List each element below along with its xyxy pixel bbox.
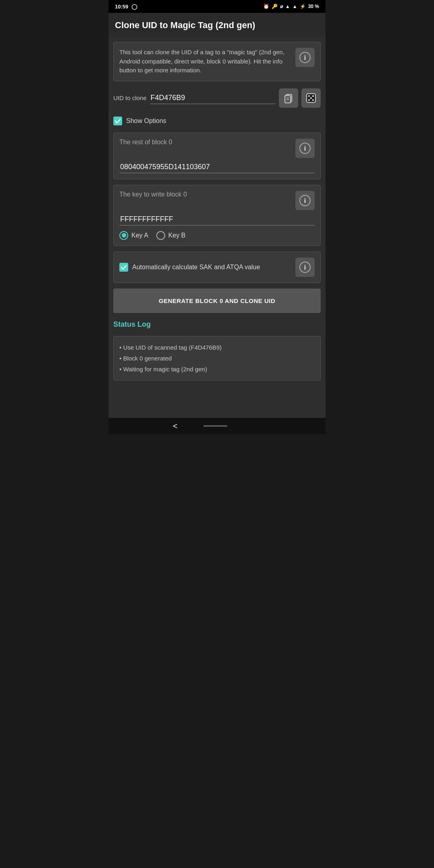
block0-card: The rest of block 0 i bbox=[113, 133, 321, 179]
title-bar: Clone UID to Magic Tag (2nd gen) bbox=[108, 13, 326, 37]
main-content: This tool can clone the UID of a tag to … bbox=[108, 37, 326, 418]
status-bar: 10:59 ◯ ⏰ 🔑 ⌀ ▲ ▲ ⚡ 30 % bbox=[108, 0, 326, 13]
generate-button[interactable]: GENERATE BLOCK 0 AND CLONE UID bbox=[113, 289, 321, 313]
status-icon-battery: ⚡ bbox=[300, 4, 306, 9]
status-icon-key: 🔑 bbox=[272, 4, 278, 9]
block0-info-button[interactable]: i bbox=[295, 139, 315, 158]
svg-text:i: i bbox=[304, 145, 306, 152]
key-card-title: The key to write block 0 bbox=[119, 191, 187, 198]
radio-key-b-circle bbox=[156, 231, 165, 240]
auto-calc-checkmark-icon bbox=[121, 264, 127, 270]
uid-input[interactable] bbox=[150, 92, 276, 104]
show-options-row[interactable]: Show Options bbox=[113, 115, 321, 127]
dice-icon bbox=[306, 93, 316, 103]
dice-button[interactable] bbox=[301, 88, 321, 108]
svg-point-7 bbox=[308, 95, 310, 97]
nav-back-button[interactable]: < bbox=[173, 422, 178, 431]
auto-calc-label: Automatically calculate SAK and ATQA val… bbox=[132, 264, 260, 271]
nav-home-indicator[interactable] bbox=[203, 425, 227, 427]
key-card: The key to write block 0 i Key A Key B bbox=[113, 185, 321, 246]
info-card-button[interactable]: i bbox=[295, 48, 315, 67]
page-title: Clone UID to Magic Tag (2nd gen) bbox=[115, 20, 319, 31]
clipboard-button[interactable] bbox=[279, 88, 298, 108]
block0-title: The rest of block 0 bbox=[119, 139, 172, 146]
radio-key-b-label: Key B bbox=[168, 232, 186, 239]
radio-key-b[interactable]: Key B bbox=[156, 231, 186, 240]
status-icon-alarm: ⏰ bbox=[263, 4, 269, 9]
status-log-title: Status Log bbox=[113, 319, 321, 330]
status-log-line-1: • Use UID of scanned tag (F4D476B9) bbox=[119, 342, 315, 353]
status-log-line-2: • Block 0 generated bbox=[119, 353, 315, 364]
status-icon-minus: ⌀ bbox=[280, 4, 283, 9]
svg-point-8 bbox=[312, 95, 314, 97]
block0-input[interactable] bbox=[119, 161, 315, 173]
svg-text:i: i bbox=[304, 264, 306, 271]
show-options-label: Show Options bbox=[126, 117, 166, 125]
auto-calc-checkbox[interactable] bbox=[119, 263, 128, 272]
checkmark-icon bbox=[115, 118, 121, 124]
key-radio-row: Key A Key B bbox=[119, 229, 315, 240]
clipboard-icon bbox=[283, 93, 294, 103]
status-icon-pocket: ◯ bbox=[131, 4, 137, 10]
key-input[interactable] bbox=[119, 213, 315, 225]
info-card: This tool can clone the UID of a tag to … bbox=[113, 42, 321, 81]
svg-text:i: i bbox=[304, 54, 306, 61]
key-info-button[interactable]: i bbox=[295, 191, 315, 210]
svg-point-11 bbox=[312, 99, 314, 101]
status-log-line-3: • Waiting for magic tag (2nd gen) bbox=[119, 364, 315, 375]
show-options-checkbox[interactable] bbox=[113, 117, 122, 125]
auto-calc-info-icon: i bbox=[299, 262, 311, 273]
status-time: 10:59 bbox=[115, 4, 128, 10]
status-icon-signal: ▲ bbox=[293, 4, 297, 9]
auto-calc-info-button[interactable]: i bbox=[295, 258, 315, 277]
status-icon-wifi: ▲ bbox=[285, 4, 290, 9]
uid-label: UID to clone bbox=[113, 94, 147, 101]
radio-key-a-label: Key A bbox=[131, 232, 148, 239]
auto-calc-card: Automatically calculate SAK and ATQA val… bbox=[113, 252, 321, 283]
svg-text:i: i bbox=[304, 197, 306, 204]
svg-point-10 bbox=[308, 99, 310, 101]
svg-rect-3 bbox=[285, 96, 291, 103]
info-icon: i bbox=[299, 52, 311, 63]
nav-bar: < bbox=[108, 418, 326, 434]
status-log-box: • Use UID of scanned tag (F4D476B9) • Bl… bbox=[113, 336, 321, 381]
uid-row: UID to clone bbox=[113, 87, 321, 109]
svg-point-9 bbox=[310, 97, 312, 99]
radio-key-a[interactable]: Key A bbox=[119, 231, 148, 240]
info-card-text: This tool can clone the UID of a tag to … bbox=[119, 48, 291, 75]
block0-info-icon: i bbox=[299, 143, 311, 154]
status-battery-percent: 30 % bbox=[308, 4, 319, 9]
radio-key-a-circle bbox=[119, 231, 128, 240]
key-info-icon: i bbox=[299, 195, 311, 206]
